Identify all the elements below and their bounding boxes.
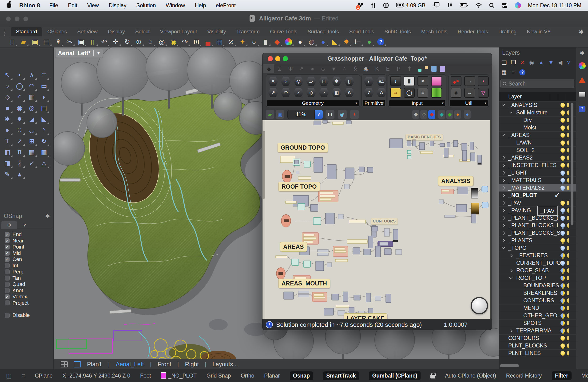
- zoom-lens-icon[interactable]: ◉: [168, 37, 179, 47]
- copy-tool-icon[interactable]: ⊞: [26, 136, 37, 146]
- gh-component-decimal-icon[interactable]: 0.1: [376, 76, 387, 86]
- memory-icon[interactable]: 4.09 GB: [396, 2, 425, 9]
- layer-expand-chevron[interactable]: [509, 276, 512, 279]
- layer-plot-bulb-icon[interactable]: [567, 351, 569, 355]
- help-icon[interactable]: ?: [375, 37, 386, 47]
- tidal-icon[interactable]: 1: [357, 2, 364, 8]
- layer-row[interactable]: ROOF_TOP: [499, 274, 576, 282]
- menu-item-solution[interactable]: Solution: [136, 2, 156, 9]
- gh-component-list-icon[interactable]: ≡: [418, 88, 428, 98]
- gh-save-icon[interactable]: ▣: [276, 110, 284, 119]
- layer-plot-bulb-icon[interactable]: [567, 276, 569, 280]
- gh-swatch-icon[interactable]: [418, 66, 421, 72]
- layer-filter-icon[interactable]: ⋎: [567, 59, 571, 66]
- gh-component-circle-icon[interactable]: ○: [281, 76, 291, 86]
- mesh-tab[interactable]: ▼: [328, 64, 339, 73]
- layer-row[interactable]: _ANALYSIS: [499, 101, 576, 109]
- group-icon[interactable]: ◉: [529, 59, 534, 66]
- layer-plot-bulb-icon[interactable]: [567, 118, 569, 122]
- layer-plot-bulb-icon[interactable]: [567, 148, 569, 153]
- dimension-icon[interactable]: ⊢: [352, 37, 363, 47]
- layer-row[interactable]: _AREAS2: [499, 154, 576, 162]
- pufferfish-tab[interactable]: P: [393, 64, 404, 73]
- gh-component-text-icon[interactable]: A: [376, 88, 387, 97]
- display-panel-tab[interactable]: [578, 62, 586, 70]
- layer-row[interactable]: CONTOURS: [499, 297, 576, 305]
- status-osnap[interactable]: Osnap: [290, 371, 313, 380]
- layer-visibility-bulb-icon[interactable]: [561, 103, 565, 107]
- layer-visibility-bulb-icon[interactable]: [561, 298, 565, 303]
- copy-icon[interactable]: ▣: [76, 37, 86, 47]
- battery-icon[interactable]: [460, 3, 468, 8]
- layer-expand-chevron[interactable]: [509, 254, 512, 257]
- layer-row[interactable]: Moist: [499, 124, 576, 132]
- spotlight-icon[interactable]: [489, 2, 495, 8]
- layer-expand-chevron[interactable]: [502, 231, 505, 235]
- layer-expand-chevron[interactable]: [509, 329, 512, 332]
- tab-render-tools[interactable]: Render Tools: [453, 27, 493, 37]
- status-cplane[interactable]: CPlane: [35, 373, 52, 379]
- surface-grid-tool-icon[interactable]: ▤: [39, 103, 49, 113]
- osnap-checkbox-project[interactable]: [5, 301, 10, 306]
- tab-standard[interactable]: Standard: [11, 27, 42, 37]
- layer-visibility-bulb-icon[interactable]: [561, 344, 565, 348]
- layer-visibility-bulb-icon[interactable]: [561, 186, 565, 190]
- layer-row[interactable]: _AREAS: [499, 132, 576, 139]
- layer-row[interactable]: SOIL_2: [499, 147, 576, 154]
- polygon-tool-icon[interactable]: ◇: [2, 92, 13, 102]
- tab-visibility[interactable]: Visibility: [202, 27, 231, 37]
- layer-visibility-bulb-icon[interactable]: [561, 178, 565, 183]
- gh-ball-orange-icon[interactable]: ●: [454, 110, 461, 119]
- osnap-gear-icon[interactable]: ✱: [45, 213, 50, 219]
- gh-component-x-icon[interactable]: ✕: [268, 76, 278, 86]
- menu-item-file[interactable]: File: [49, 2, 58, 9]
- gh-swatch-icon[interactable]: [425, 66, 428, 72]
- gh-swatch-icon[interactable]: [431, 66, 437, 72]
- layer-plot-bulb-icon[interactable]: [567, 103, 569, 107]
- extrude-tool-icon[interactable]: ⇈: [14, 147, 25, 157]
- layer-visibility-bulb-icon[interactable]: [561, 118, 565, 122]
- layer-visibility-bulb-icon[interactable]: [561, 163, 565, 168]
- layer-plot-bulb-icon[interactable]: [567, 140, 569, 145]
- layer-visibility-bulb-icon[interactable]: [561, 155, 565, 160]
- gh-component-graph-icon[interactable]: ≈: [418, 76, 428, 86]
- export-icon[interactable]: ⇞: [53, 37, 63, 47]
- layer-plot-bulb-icon[interactable]: [567, 306, 569, 310]
- gh-component-relay-white-icon[interactable]: →: [464, 88, 475, 98]
- tab-curve-tools[interactable]: Curve Tools: [265, 27, 302, 37]
- tab-display[interactable]: Display: [103, 27, 130, 37]
- layer-visibility-bulb-icon[interactable]: [561, 351, 565, 355]
- layer-row[interactable]: PLNT_BLOCKS: [499, 342, 576, 350]
- tab-subd-tools[interactable]: SubD Tools: [379, 27, 416, 37]
- gh-preview-off-icon[interactable]: ◆: [412, 110, 419, 119]
- gh-component-half-icon[interactable]: ◐: [364, 76, 374, 86]
- osnap-checkbox-perp[interactable]: [5, 269, 10, 274]
- status-feet[interactable]: Feet: [140, 373, 151, 379]
- layer-expand-chevron[interactable]: [502, 224, 505, 227]
- rotate-tool-icon[interactable]: ↻: [39, 136, 49, 146]
- layer-plot-bulb-icon[interactable]: [567, 163, 569, 168]
- gh-component-diamond-icon[interactable]: ◇: [306, 88, 316, 97]
- move-tool-icon[interactable]: ↗: [14, 136, 25, 146]
- viewport-label[interactable]: Aerial_Left*▼: [56, 49, 103, 57]
- select-tool-icon[interactable]: ↖: [2, 70, 13, 80]
- gh-component-curve-icon[interactable]: ◠: [281, 88, 291, 97]
- gh-panel-label-util[interactable]: Util: [450, 100, 488, 106]
- layer-expand-chevron[interactable]: [502, 216, 505, 220]
- gh-gem-teal-icon[interactable]: ◆: [438, 110, 445, 119]
- move-up-icon[interactable]: ▲: [538, 59, 544, 66]
- display-mirroring-icon[interactable]: [433, 2, 440, 9]
- construction-light-icon[interactable]: ✦: [237, 37, 248, 47]
- layer-plot-bulb-icon[interactable]: [567, 216, 569, 220]
- layer-row[interactable]: _INSERTED_FILES: [499, 162, 576, 169]
- layer-row[interactable]: Soil Moisture: [499, 109, 576, 116]
- layer-row[interactable]: ROOF_SLAB: [499, 267, 576, 274]
- four-viewport-icon[interactable]: [61, 361, 68, 367]
- settings-gear-icon[interactable]: ✱: [579, 28, 584, 36]
- new-sublayer-icon[interactable]: ❐: [511, 59, 516, 66]
- paste-icon[interactable]: ▯: [87, 37, 98, 47]
- layer-visibility-bulb-icon[interactable]: [561, 261, 565, 265]
- layer-plot-bulb-icon[interactable]: [567, 231, 569, 235]
- intersect-tab[interactable]: ∴: [339, 64, 350, 73]
- layer-plot-bulb-icon[interactable]: [567, 298, 569, 303]
